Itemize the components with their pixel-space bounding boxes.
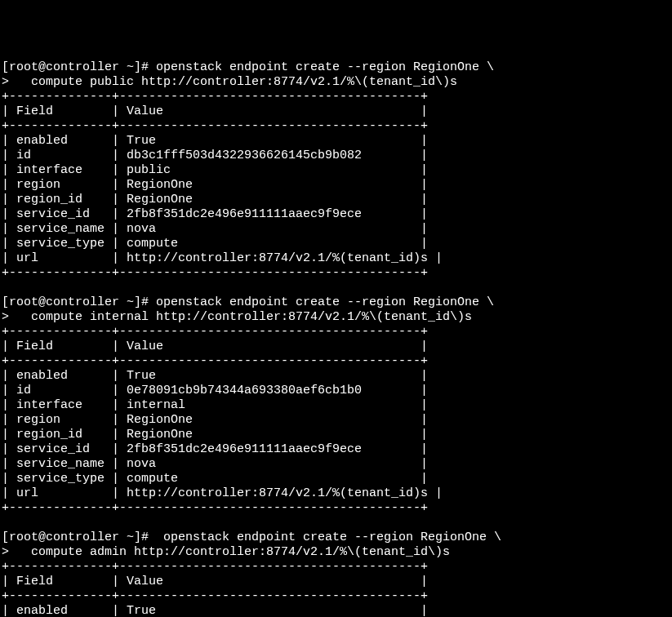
table1-border-top: +--------------+------------------------… xyxy=(2,90,428,104)
table1-row-enabled: | enabled | True | xyxy=(2,134,428,148)
table1-header: | Field | Value | xyxy=(2,104,428,118)
table2-row-region-id: | region_id | RegionOne | xyxy=(2,428,428,442)
table2-row-enabled: | enabled | True | xyxy=(2,369,428,383)
table3-row-enabled: | enabled | True | xyxy=(2,604,428,617)
table2-border-bot: +--------------+------------------------… xyxy=(2,501,428,515)
table1-row-url: | url | http://controller:8774/v2.1/%(te… xyxy=(2,251,443,265)
table1-row-service-id: | service_id | 2fb8f351dc2e496e911111aae… xyxy=(2,207,428,221)
table2-border-top: +--------------+------------------------… xyxy=(2,325,428,339)
cmd3-line2: > compute admin http://controller:8774/v… xyxy=(2,545,450,559)
table3-border-mid: +--------------+------------------------… xyxy=(2,589,428,603)
table1-row-region-id: | region_id | RegionOne | xyxy=(2,193,428,206)
table2-row-interface: | interface | internal | xyxy=(2,398,428,412)
table3-border-top: +--------------+------------------------… xyxy=(2,560,428,574)
table1-border-mid: +--------------+------------------------… xyxy=(2,119,428,133)
cmd3-line1: [root@controller ~]# openstack endpoint … xyxy=(2,530,501,544)
cmd2-line1: [root@controller ~]# openstack endpoint … xyxy=(2,295,494,309)
table2-row-service-type: | service_type | compute | xyxy=(2,472,428,486)
table1-row-id: | id | db3c1fff503d4322936626145cb9b082 … xyxy=(2,149,428,162)
table1-row-service-name: | service_name | nova | xyxy=(2,222,428,236)
table2-row-id: | id | 0e78091cb9b74344a693380aef6cb1b0 … xyxy=(2,384,428,397)
table2-header: | Field | Value | xyxy=(2,340,428,353)
table2-row-region: | region | RegionOne | xyxy=(2,413,428,427)
cmd1-line1: [root@controller ~]# openstack endpoint … xyxy=(2,60,494,74)
table2-border-mid: +--------------+------------------------… xyxy=(2,354,428,368)
table1-row-service-type: | service_type | compute | xyxy=(2,237,428,251)
cmd2-line2: > compute internal http://controller:877… xyxy=(2,310,472,324)
terminal-output: [root@controller ~]# openstack endpoint … xyxy=(2,60,501,617)
table2-row-url: | url | http://controller:8774/v2.1/%(te… xyxy=(2,486,443,500)
table3-header: | Field | Value | xyxy=(2,575,428,588)
table1-border-bot: +--------------+------------------------… xyxy=(2,266,428,280)
table1-row-region: | region | RegionOne | xyxy=(2,178,428,192)
cmd1-line2: > compute public http://controller:8774/… xyxy=(2,75,457,89)
table2-row-service-id: | service_id | 2fb8f351dc2e496e911111aae… xyxy=(2,442,428,456)
table2-row-service-name: | service_name | nova | xyxy=(2,457,428,471)
table1-row-interface: | interface | public | xyxy=(2,163,428,177)
